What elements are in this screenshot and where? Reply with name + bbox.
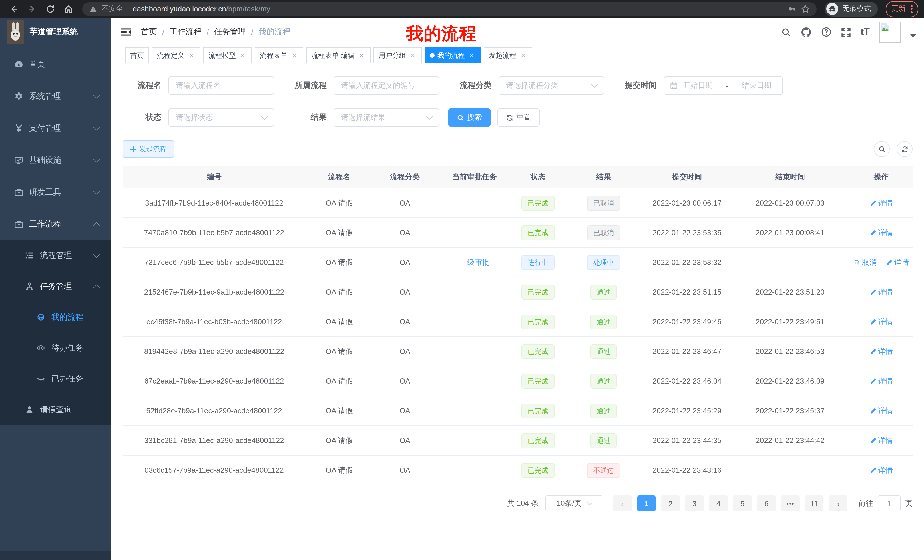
detail-button[interactable]: 详情 [870, 346, 893, 356]
help-icon[interactable] [821, 27, 831, 37]
close-icon[interactable]: × [409, 51, 417, 59]
sidebar-item-done-tasks[interactable]: 已办任务 [0, 364, 111, 394]
refresh-table-button[interactable] [897, 141, 913, 157]
page-button-2[interactable]: 2 [661, 496, 680, 512]
current-task-link[interactable]: 一级审批 [460, 258, 489, 266]
start-date-input[interactable]: 开始日期 [678, 81, 718, 91]
page-button-11[interactable]: 11 [805, 496, 824, 512]
status-badge: 进行中 [521, 255, 555, 270]
sidebar-item-leave-query[interactable]: 请假查询 [0, 394, 111, 425]
sidebar-item-infra[interactable]: 基础设施 [0, 144, 111, 177]
breadcrumb-home[interactable]: 首页 [141, 27, 157, 37]
search-icon [457, 114, 464, 121]
date-range-picker[interactable]: 开始日期 - 结束日期 [664, 76, 783, 95]
detail-button[interactable]: 详情 [870, 287, 893, 297]
create-process-button[interactable]: 发起流程 [123, 141, 174, 157]
avatar-dropdown-icon[interactable] [910, 34, 916, 38]
sidebar-item-task-mgmt[interactable]: 任务管理 [0, 271, 111, 302]
face-icon [36, 313, 46, 322]
detail-button[interactable]: 详情 [870, 316, 893, 327]
avatar[interactable] [879, 21, 901, 42]
browser-menu-icon[interactable] [911, 5, 913, 13]
detail-button[interactable]: 详情 [870, 376, 893, 386]
detail-button[interactable]: 详情 [870, 406, 893, 416]
detail-button[interactable]: 详情 [870, 228, 893, 238]
breadcrumb-task-mgmt[interactable]: 任务管理 [214, 27, 246, 37]
close-icon[interactable]: × [290, 51, 298, 59]
sidebar-item-process-mgmt[interactable]: 流程管理 [0, 240, 111, 271]
font-size-icon[interactable]: tT [861, 26, 870, 38]
close-icon[interactable]: × [239, 51, 247, 59]
tab-start-process[interactable]: 发起流程× [484, 47, 532, 63]
back-icon[interactable] [6, 1, 22, 17]
security-label[interactable]: 不安全 [102, 4, 123, 14]
reset-button[interactable]: 重置 [497, 108, 540, 127]
col-result: 结果 [564, 166, 644, 189]
tab-home[interactable]: 首页 [125, 47, 149, 63]
parent-process-input[interactable]: 请输入流程定义的编号 [333, 76, 439, 95]
detail-button[interactable]: 详情 [870, 435, 893, 446]
parent-process-label: 所属流程 [274, 81, 333, 91]
tab-process-definition[interactable]: 流程定义× [152, 47, 201, 63]
page-button-4[interactable]: 4 [709, 496, 728, 512]
collapse-sidebar-icon[interactable] [116, 22, 136, 42]
more-pages-button[interactable]: ••• [781, 496, 800, 512]
prev-page-button[interactable]: ‹ [614, 496, 632, 512]
sidebar-item-payment[interactable]: 支付管理 [0, 112, 111, 144]
category-select[interactable]: 请选择流程分类 [498, 76, 604, 95]
cancel-button[interactable]: 取消 [853, 257, 877, 267]
tab-my-process[interactable]: 我的流程× [425, 47, 481, 63]
show-search-toggle-button[interactable] [874, 141, 890, 157]
close-icon[interactable]: × [357, 51, 366, 59]
search-icon[interactable] [781, 27, 791, 37]
status-select[interactable]: 请选择状态 [168, 108, 274, 127]
bookmark-star-icon[interactable] [801, 4, 810, 13]
fullscreen-icon[interactable] [841, 27, 851, 37]
detail-button[interactable]: 详情 [870, 465, 893, 475]
close-icon[interactable]: × [519, 51, 527, 59]
browser-update-button[interactable]: 更新 [886, 1, 918, 17]
detail-button[interactable]: 详情 [886, 257, 909, 267]
tab-process-form[interactable]: 流程表单× [255, 47, 303, 63]
page-size-select[interactable]: 10条/页 [545, 496, 603, 512]
sidebar-item-workflow[interactable]: 工作流程 [0, 208, 111, 240]
github-icon[interactable] [801, 27, 812, 37]
tab-process-form-edit[interactable]: 流程表单-编辑× [306, 47, 370, 63]
result-label: 结果 [274, 112, 333, 123]
browser-chrome: 不安全 dashboard.yudao.iocoder.cn/bpm/task/… [0, 0, 924, 18]
breadcrumb-workflow[interactable]: 工作流程 [170, 27, 202, 37]
sidebar-item-todo-tasks[interactable]: 待办任务 [0, 333, 111, 364]
edit-icon [870, 289, 876, 295]
url-bar[interactable]: 不安全 dashboard.yudao.iocoder.cn/bpm/task/… [82, 2, 817, 16]
tab-user-group[interactable]: 用户分组× [374, 47, 422, 63]
table-row: 7470a810-7b9b-11ec-b5b7-acde48001122 OA … [123, 218, 913, 247]
process-name-input[interactable]: 请输入流程名 [168, 76, 274, 95]
detail-button[interactable]: 详情 [870, 198, 893, 208]
sidebar-collapse-bar[interactable] [0, 551, 111, 560]
close-icon[interactable]: × [468, 51, 476, 59]
key-icon[interactable] [788, 4, 796, 13]
forward-icon[interactable] [24, 1, 40, 17]
sidebar-item-my-process[interactable]: 我的流程 [0, 302, 111, 333]
sidebar-item-home[interactable]: 首页 [0, 48, 111, 81]
page-button-5[interactable]: 5 [733, 496, 752, 512]
total-count: 共 104 条 [507, 499, 538, 509]
url-text[interactable]: dashboard.yudao.iocoder.cn/bpm/task/my [133, 4, 783, 13]
update-label[interactable]: 更新 [891, 4, 906, 14]
logo[interactable]: 芋道管理系统 [0, 18, 111, 46]
sidebar-item-devtools[interactable]: 研发工具 [0, 177, 111, 208]
home-icon[interactable] [60, 1, 76, 17]
page-button-1[interactable]: 1 [638, 496, 656, 512]
tab-process-model[interactable]: 流程模型× [203, 47, 252, 63]
end-date-input[interactable]: 结束日期 [736, 81, 777, 91]
sidebar-item-system[interactable]: 系统管理 [0, 81, 111, 112]
next-page-button[interactable]: › [829, 496, 848, 512]
result-select[interactable]: 请选择流结果 [333, 108, 439, 127]
close-icon[interactable]: × [188, 51, 195, 59]
page-button-6[interactable]: 6 [757, 496, 776, 512]
gear-icon [14, 92, 23, 101]
goto-page-input[interactable]: 1 [878, 496, 901, 512]
reload-icon[interactable] [42, 1, 58, 17]
page-button-3[interactable]: 3 [685, 496, 704, 512]
search-button[interactable]: 搜索 [448, 108, 490, 127]
